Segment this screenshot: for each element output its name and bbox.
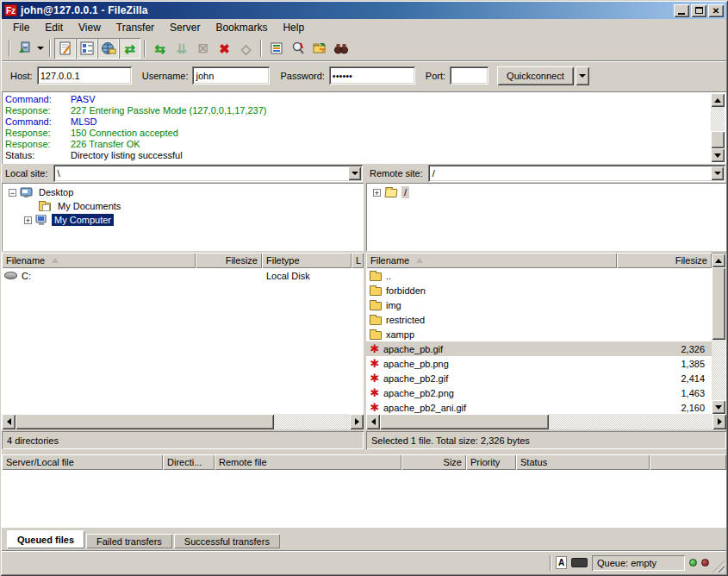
- quickconnect-button-label: Quickconnect: [507, 71, 564, 81]
- maximize-button[interactable]: [691, 4, 706, 17]
- site-manager-button[interactable]: [14, 38, 35, 59]
- column-header-priority[interactable]: Priority: [466, 454, 516, 470]
- password-input[interactable]: [329, 71, 415, 81]
- column-header-remote-file[interactable]: Remote file: [215, 454, 401, 470]
- local-row-c-drive[interactable]: C: Local Disk: [2, 268, 364, 283]
- tab-successful-transfers[interactable]: Successful transfers: [174, 534, 280, 548]
- process-queue-button[interactable]: ⇊: [171, 38, 192, 59]
- scroll-right-button[interactable]: [350, 414, 364, 429]
- local-horizontal-scrollbar[interactable]: [2, 414, 364, 429]
- column-header-filename[interactable]: Filename: [366, 253, 617, 268]
- port-input[interactable]: [450, 71, 488, 81]
- expand-icon[interactable]: [373, 189, 381, 197]
- filter-button[interactable]: [265, 38, 287, 59]
- toggle-local-tree-button[interactable]: [76, 38, 97, 59]
- column-header-filesize[interactable]: Filesize: [196, 253, 262, 268]
- scroll-up-button[interactable]: [711, 93, 725, 107]
- menu-server[interactable]: Server: [162, 20, 208, 35]
- scroll-track[interactable]: [549, 414, 712, 429]
- column-header-last-modified[interactable]: L: [352, 253, 364, 268]
- toggle-remote-tree-button[interactable]: [97, 38, 119, 59]
- column-header-status[interactable]: Status: [516, 454, 650, 470]
- column-header-filetype[interactable]: Filetype: [262, 253, 352, 268]
- remote-row[interactable]: img: [366, 297, 712, 312]
- local-site-dropdown[interactable]: [348, 166, 361, 180]
- toggle-message-log-button[interactable]: [54, 38, 76, 59]
- window-controls: [674, 4, 724, 17]
- local-site-combo[interactable]: \: [53, 165, 363, 182]
- title-bar[interactable]: Fz john@127.0.0.1 - FileZilla: [2, 2, 726, 19]
- remote-row[interactable]: apache_pb2.gif 2,414: [366, 371, 712, 385]
- column-header-size[interactable]: Size: [401, 454, 466, 470]
- remote-horizontal-scrollbar[interactable]: [366, 414, 726, 429]
- menu-edit[interactable]: Edit: [37, 20, 71, 35]
- disconnect-button[interactable]: ✖: [214, 38, 235, 59]
- expand-icon[interactable]: [24, 216, 32, 224]
- scroll-track[interactable]: [274, 414, 350, 429]
- find-files-button[interactable]: [330, 38, 352, 59]
- remote-row[interactable]: restricted: [366, 312, 712, 327]
- remote-site-combo[interactable]: /: [428, 165, 725, 182]
- menu-transfer[interactable]: Transfer: [109, 20, 162, 35]
- cancel-operation-button[interactable]: ☒: [192, 38, 214, 59]
- speed-limit-icon[interactable]: [571, 558, 588, 567]
- file-size-cell: 2,326: [617, 344, 712, 354]
- column-header-filesize[interactable]: Filesize: [617, 253, 712, 268]
- directory-comparison-button[interactable]: [287, 38, 308, 59]
- remote-row-selected[interactable]: apache_pb.gif 2,326: [366, 341, 712, 356]
- tree-item-root[interactable]: /: [366, 185, 726, 199]
- remote-vertical-scrollbar[interactable]: [712, 254, 725, 414]
- scroll-down-button[interactable]: [711, 148, 725, 162]
- scroll-left-button[interactable]: [2, 414, 16, 429]
- remote-row[interactable]: xampp: [366, 327, 712, 341]
- menu-bookmarks[interactable]: Bookmarks: [208, 20, 275, 35]
- menu-help[interactable]: Help: [275, 20, 312, 35]
- scroll-right-button[interactable]: [712, 414, 726, 429]
- tree-item-my-computer[interactable]: My Computer: [2, 213, 364, 227]
- local-status-text: 4 directories: [7, 435, 59, 446]
- menu-file[interactable]: File: [5, 20, 37, 35]
- quickconnect-dropdown[interactable]: [576, 66, 589, 85]
- refresh-button[interactable]: ⇆: [149, 38, 171, 59]
- tree-item-desktop[interactable]: Desktop: [2, 185, 364, 199]
- menu-bar: File Edit View Transfer Server Bookmarks…: [2, 19, 726, 36]
- tab-queued-files[interactable]: Queued files: [7, 530, 84, 548]
- scroll-track[interactable]: [712, 340, 725, 400]
- username-input[interactable]: [192, 71, 270, 81]
- refresh-icon: ⇆: [154, 42, 165, 55]
- remote-row[interactable]: forbidden: [366, 283, 712, 297]
- column-header-filename[interactable]: Filename: [2, 253, 196, 268]
- tab-failed-transfers[interactable]: Failed transfers: [86, 534, 172, 548]
- remote-row[interactable]: ..: [366, 268, 712, 283]
- column-header-server-local-file[interactable]: Server/Local file: [2, 454, 163, 470]
- close-button[interactable]: [708, 4, 724, 17]
- remote-site-dropdown[interactable]: [711, 166, 724, 180]
- scroll-thumb[interactable]: [16, 414, 274, 429]
- log-scrollbar[interactable]: [711, 93, 725, 162]
- synchronized-browsing-button[interactable]: [308, 38, 330, 59]
- minimize-button[interactable]: [674, 4, 689, 17]
- collapse-icon[interactable]: [9, 189, 16, 197]
- message-log-icon: [58, 41, 73, 56]
- remote-row[interactable]: apache_pb.png 1,385: [366, 356, 712, 371]
- scroll-thumb[interactable]: [712, 267, 725, 340]
- scroll-track[interactable]: [711, 107, 725, 131]
- scroll-thumb[interactable]: [380, 414, 549, 429]
- remote-row[interactable]: apache_pb2_ani.gif 2,160: [366, 400, 712, 414]
- tree-item-my-documents[interactable]: My Documents: [2, 199, 364, 213]
- quickconnect-button[interactable]: Quickconnect: [497, 66, 574, 85]
- column-header-direction[interactable]: Directi...: [163, 454, 215, 470]
- scroll-down-button[interactable]: [712, 400, 725, 414]
- host-input[interactable]: [37, 71, 132, 81]
- scroll-left-button[interactable]: [366, 414, 380, 429]
- status-cluster: Queue: empty: [550, 555, 723, 571]
- filezilla-window: Fz john@127.0.0.1 - FileZilla File Edit …: [0, 0, 728, 576]
- site-manager-dropdown[interactable]: [35, 38, 46, 59]
- toggle-transfer-queue-button[interactable]: ⇄: [119, 38, 140, 59]
- scroll-thumb[interactable]: [711, 131, 725, 148]
- transfer-type-icon[interactable]: [556, 556, 567, 569]
- scroll-up-button[interactable]: [712, 254, 725, 267]
- remote-row[interactable]: apache_pb2.png 1,463: [366, 385, 712, 400]
- reconnect-button[interactable]: ◇: [235, 38, 257, 59]
- menu-view[interactable]: View: [71, 20, 109, 35]
